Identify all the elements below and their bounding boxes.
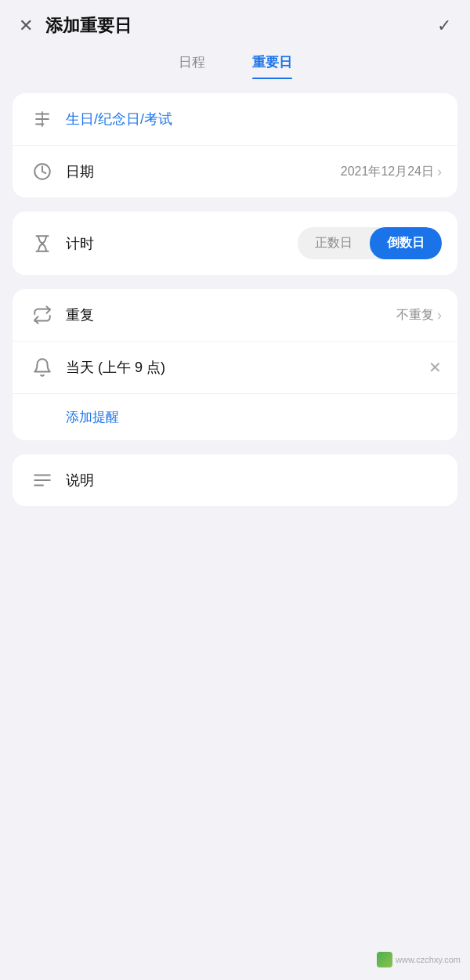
- repeat-chevron-icon: ›: [437, 307, 442, 324]
- add-reminder-button[interactable]: 添加提醒: [13, 394, 457, 440]
- note-row[interactable]: 说明: [13, 454, 457, 506]
- confirm-button[interactable]: ✓: [437, 16, 451, 36]
- count-down-button[interactable]: 倒数日: [370, 227, 442, 259]
- notification-label: 当天 (上午 9 点): [66, 358, 428, 377]
- page-title: 添加重要日: [45, 14, 437, 38]
- watermark-text: www.czchxy.com: [396, 955, 461, 964]
- title-input[interactable]: [66, 111, 442, 128]
- repeat-value-end: 不重复 ›: [396, 307, 442, 324]
- watermark-logo: [377, 952, 392, 967]
- timer-label: 计时: [66, 234, 298, 253]
- date-value-end: 2021年12月24日 ›: [341, 164, 442, 180]
- timer-card: 计时 正数日 倒数日: [13, 212, 457, 275]
- title-row: [13, 93, 457, 146]
- text-icon: [28, 109, 56, 129]
- date-label: 日期: [66, 162, 341, 181]
- tab-bar: 日程 重要日: [0, 45, 470, 79]
- notification-dismiss[interactable]: ✕: [428, 360, 442, 375]
- close-button[interactable]: ✕: [19, 17, 33, 34]
- header: ✕ 添加重要日 ✓: [0, 0, 470, 45]
- repeat-icon: [28, 305, 56, 325]
- count-up-button[interactable]: 正数日: [298, 227, 370, 259]
- title-date-card: 日期 2021年12月24日 ›: [13, 93, 457, 197]
- bell-icon: [28, 357, 56, 378]
- tab-schedule[interactable]: 日程: [179, 53, 205, 79]
- note-label: 说明: [66, 471, 442, 490]
- dismiss-icon[interactable]: ✕: [428, 360, 442, 375]
- hourglass-icon: [28, 233, 56, 254]
- timer-row: 计时 正数日 倒数日: [13, 212, 457, 275]
- note-card: 说明: [13, 454, 457, 506]
- watermark: www.czchxy.com: [377, 952, 461, 967]
- repeat-row[interactable]: 重复 不重复 ›: [13, 289, 457, 342]
- clock-icon: [28, 161, 56, 182]
- repeat-label: 重复: [66, 306, 396, 324]
- note-icon: [28, 470, 56, 490]
- reminder-card: 重复 不重复 › 当天 (上午 9 点) ✕ 添加提醒: [13, 289, 457, 440]
- chevron-icon: ›: [437, 164, 442, 180]
- notification-row: 当天 (上午 9 点) ✕: [13, 342, 457, 394]
- timer-toggle-group: 正数日 倒数日: [298, 227, 442, 259]
- timer-toggle: 正数日 倒数日: [298, 227, 442, 259]
- date-row[interactable]: 日期 2021年12月24日 ›: [13, 146, 457, 197]
- tab-important[interactable]: 重要日: [252, 53, 292, 79]
